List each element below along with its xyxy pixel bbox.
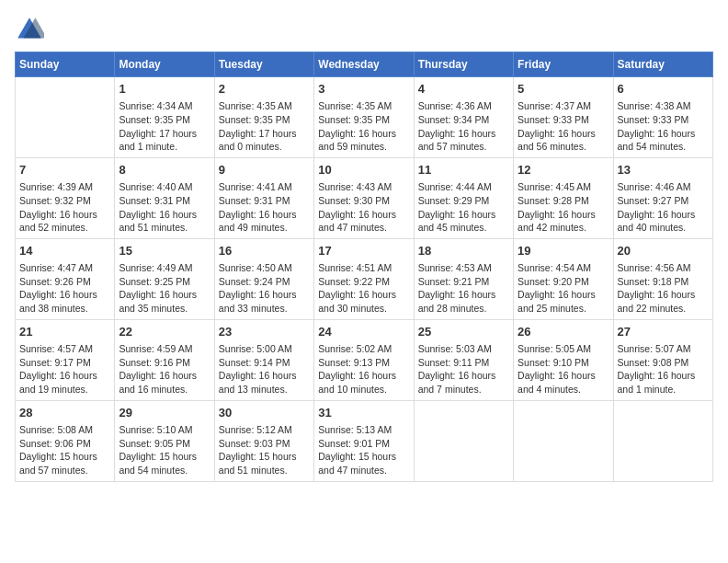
cell-text-line: Daylight: 16 hours [219,288,310,302]
cell-content: 12Sunrise: 4:45 AMSunset: 9:28 PMDayligh… [518,162,609,235]
cell-text-line: and 28 minutes. [418,302,509,316]
cell-text-line: Sunset: 9:10 PM [518,356,609,370]
cell-content: 28Sunrise: 5:08 AMSunset: 9:06 PMDayligh… [19,405,110,477]
cell-text-line: Sunrise: 4:54 AM [518,261,609,275]
cell-content: 10Sunrise: 4:43 AMSunset: 9:30 PMDayligh… [318,162,409,235]
cell-text-line: Sunset: 9:13 PM [318,356,409,370]
day-number: 3 [318,81,409,98]
cell-content: 2Sunrise: 4:35 AMSunset: 9:35 PMDaylight… [219,81,310,154]
calendar-cell: 25Sunrise: 5:03 AMSunset: 9:11 PMDayligh… [414,319,513,400]
cell-text-line: Sunset: 9:35 PM [219,113,310,127]
calendar-cell: 5Sunrise: 4:37 AMSunset: 9:33 PMDaylight… [514,77,613,158]
day-number: 8 [119,162,210,178]
header-cell-monday: Monday [115,52,214,77]
header-row: SundayMondayTuesdayWednesdayThursdayFrid… [16,52,713,77]
day-number: 2 [219,81,310,98]
cell-text-line: Sunrise: 4:53 AM [418,261,509,275]
cell-text-line: Daylight: 15 hours [219,450,310,464]
cell-text-line: Sunrise: 5:08 AM [19,423,110,437]
cell-text-line: and 40 minutes. [618,221,709,235]
cell-text-line: Sunset: 9:35 PM [318,113,409,127]
day-number: 19 [518,243,609,259]
cell-text-line: and 54 minutes. [618,140,709,154]
cell-text-line: Sunset: 9:29 PM [418,194,509,208]
cell-text-line: and 54 minutes. [119,464,210,477]
calendar-cell: 24Sunrise: 5:02 AMSunset: 9:13 PMDayligh… [314,319,414,400]
cell-text-line: Sunrise: 5:00 AM [219,342,310,356]
day-number: 9 [219,162,310,178]
cell-content: 30Sunrise: 5:12 AMSunset: 9:03 PMDayligh… [219,405,310,477]
cell-text-line: Sunrise: 5:12 AM [219,423,310,437]
cell-content: 13Sunrise: 4:46 AMSunset: 9:27 PMDayligh… [618,162,709,235]
calendar-cell: 4Sunrise: 4:36 AMSunset: 9:34 PMDaylight… [414,77,513,158]
cell-text-line: Daylight: 16 hours [318,208,409,222]
cell-text-line: Sunrise: 5:13 AM [318,423,409,437]
cell-text-line: Daylight: 15 hours [119,450,210,464]
cell-text-line: Daylight: 16 hours [318,127,409,141]
cell-text-line: Sunset: 9:28 PM [518,194,609,208]
calendar-cell [514,400,613,481]
cell-text-line: Daylight: 16 hours [618,127,709,141]
cell-text-line: Sunset: 9:14 PM [219,356,310,370]
cell-text-line: Sunrise: 5:02 AM [318,342,409,356]
cell-text-line: Sunset: 9:34 PM [418,113,509,127]
cell-text-line: Daylight: 16 hours [19,288,110,302]
cell-text-line: Sunset: 9:20 PM [518,275,609,289]
week-row-4: 28Sunrise: 5:08 AMSunset: 9:06 PMDayligh… [16,400,713,481]
cell-text-line: Sunrise: 4:46 AM [618,180,709,194]
cell-text-line: and 52 minutes. [19,221,110,235]
day-number: 22 [119,324,210,340]
cell-text-line: Sunrise: 4:57 AM [19,342,110,356]
cell-text-line: and 51 minutes. [119,221,210,235]
cell-text-line: Sunrise: 4:35 AM [219,99,310,113]
cell-text-line: Daylight: 16 hours [618,288,709,302]
calendar-cell: 28Sunrise: 5:08 AMSunset: 9:06 PMDayligh… [16,400,115,481]
calendar-cell: 1Sunrise: 4:34 AMSunset: 9:35 PMDaylight… [115,77,214,158]
cell-text-line: Sunset: 9:26 PM [19,275,110,289]
cell-text-line: Sunset: 9:03 PM [219,437,310,451]
cell-text-line: and 10 minutes. [318,383,409,396]
cell-text-line: Daylight: 16 hours [219,208,310,222]
calendar-cell: 20Sunrise: 4:56 AMSunset: 9:18 PMDayligh… [613,238,712,319]
cell-text-line: Daylight: 16 hours [518,288,609,302]
day-number: 30 [219,405,310,421]
calendar-cell: 15Sunrise: 4:49 AMSunset: 9:25 PMDayligh… [115,238,214,319]
calendar-header: SundayMondayTuesdayWednesdayThursdayFrid… [16,52,713,77]
calendar-cell [414,400,513,481]
cell-text-line: and 13 minutes. [219,383,310,396]
calendar-cell: 7Sunrise: 4:39 AMSunset: 9:32 PMDaylight… [16,157,115,238]
cell-text-line: Sunset: 9:01 PM [318,437,409,451]
cell-text-line: Sunrise: 4:44 AM [418,180,509,194]
logo-icon [15,15,44,44]
cell-text-line: Sunset: 9:21 PM [418,275,509,289]
cell-content: 15Sunrise: 4:49 AMSunset: 9:25 PMDayligh… [119,243,210,316]
day-number: 24 [318,324,409,340]
page-header [15,15,713,44]
cell-text-line: Sunrise: 4:56 AM [618,261,709,275]
cell-text-line: Sunset: 9:25 PM [119,275,210,289]
cell-text-line: Sunset: 9:22 PM [318,275,409,289]
cell-text-line: Sunrise: 4:40 AM [119,180,210,194]
cell-content: 24Sunrise: 5:02 AMSunset: 9:13 PMDayligh… [318,324,409,396]
cell-content: 18Sunrise: 4:53 AMSunset: 9:21 PMDayligh… [418,243,509,316]
cell-text-line: Daylight: 15 hours [318,450,409,464]
day-number: 25 [418,324,509,340]
cell-text-line: Daylight: 16 hours [518,369,609,383]
cell-text-line: and 33 minutes. [219,302,310,316]
day-number: 16 [219,243,310,259]
cell-text-line: Sunset: 9:18 PM [618,275,709,289]
calendar-cell: 12Sunrise: 4:45 AMSunset: 9:28 PMDayligh… [514,157,613,238]
cell-content: 29Sunrise: 5:10 AMSunset: 9:05 PMDayligh… [119,405,210,477]
calendar-cell: 19Sunrise: 4:54 AMSunset: 9:20 PMDayligh… [514,238,613,319]
day-number: 14 [19,243,110,259]
cell-text-line: and 4 minutes. [518,383,609,396]
cell-text-line: Sunrise: 4:35 AM [318,99,409,113]
cell-content: 21Sunrise: 4:57 AMSunset: 9:17 PMDayligh… [19,324,110,396]
cell-text-line: Sunrise: 5:07 AM [618,342,709,356]
day-number: 7 [19,162,110,178]
cell-text-line: Sunset: 9:27 PM [618,194,709,208]
logo [15,15,48,44]
cell-text-line: Daylight: 16 hours [19,369,110,383]
day-number: 5 [518,81,609,98]
cell-text-line: Sunrise: 4:45 AM [518,180,609,194]
